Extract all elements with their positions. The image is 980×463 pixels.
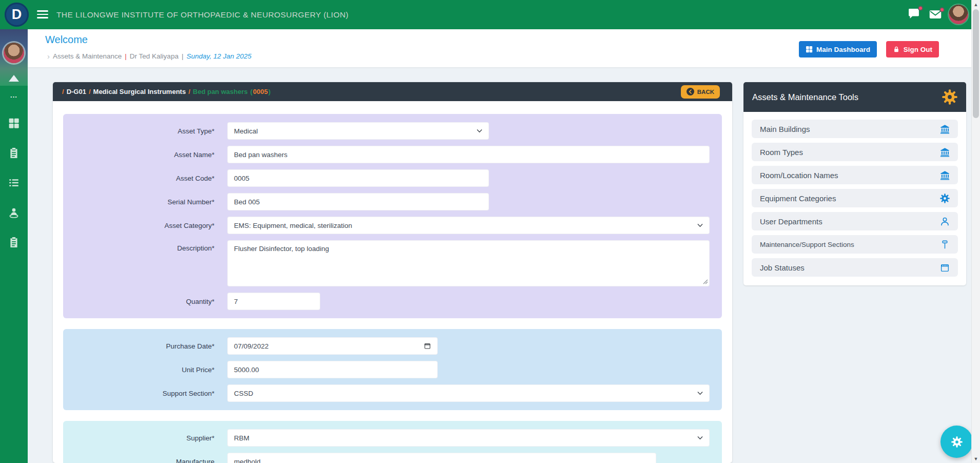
avatar [4,43,24,63]
tools-item-main-buildings[interactable]: Main Buildings [752,120,958,138]
serial-number-label: Serial Number* [63,198,227,206]
chevron-down-icon [697,223,703,227]
lock-icon [893,46,900,53]
path-slash: / [62,88,64,95]
app-logo[interactable]: D [5,3,29,27]
asset-code-label: Asset Code* [63,175,227,182]
top-header: D THE LILONGWE INSTITUTE OF ORTHOPAEDIC … [0,0,980,29]
purchase-date-input[interactable]: 07/09/2022 [227,337,438,355]
asset-category-value: EMS: Equipment, medical, sterilization [234,222,352,229]
app-title: THE LILONGWE INSTITUTE OF ORTHOPAEDIC & … [56,0,348,29]
breadcrumb: › Assets & Maintenance | Dr Ted Kaliyapa… [47,52,251,61]
supplier-select[interactable]: RBM [227,429,710,447]
tool-item-label: Job Statuses [760,263,805,272]
tools-item-room-types[interactable]: Room Types [752,143,958,161]
gear-icon [951,436,963,448]
tool-item-label: Room/Location Names [760,171,838,180]
serial-number-input[interactable] [227,193,489,210]
mail-button[interactable] [929,10,942,19]
sidebar-profile-photo[interactable] [0,29,28,86]
unit-price-input[interactable] [227,361,438,378]
supplier-info-section: Supplier* RBM Manufacture [63,421,722,463]
asset-code-input[interactable] [227,169,489,187]
tools-item-maintenance-support-sections[interactable]: Maintenance/Support Sections [752,235,958,254]
tools-panel-title: Assets & Maintenance Tools [752,92,858,102]
breadcrumb-separator: | [182,52,184,60]
vertical-scrollbar[interactable]: ▲ ▼ [971,0,980,463]
asset-type-value: Medical [234,127,258,135]
purchase-date-value: 07/09/2022 [234,342,269,350]
list-icon[interactable] [8,177,19,188]
support-section-label: Support Section* [63,390,227,397]
app-window: D THE LILONGWE INSTITUTE OF ORTHOPAEDIC … [0,0,980,463]
tool-item-label: User Departments [760,217,822,226]
person-pin-icon[interactable] [8,207,19,218]
path-paren: ) [268,88,270,95]
path-slash: / [89,88,91,95]
support-section-value: CSSD [234,390,253,397]
chevron-down-icon [697,436,703,440]
asset-identity-section: Asset Type* Medical Asset Name* Asset Co… [63,114,722,318]
resize-grip-icon[interactable] [703,279,708,284]
path-building: D-G01 [67,88,86,95]
asset-form: Asset Type* Medical Asset Name* Asset Co… [53,101,732,463]
supplier-value: RBM [234,434,249,442]
clipboard-icon[interactable] [8,147,19,159]
path-category: Medical Surgical Instruments [93,88,186,95]
asset-name-label: Asset Name* [63,151,227,159]
gear-icon[interactable] [942,89,957,105]
chat-notification-dot [918,6,923,11]
breadcrumb-separator: | [125,52,127,60]
main-dashboard-label: Main Dashboard [816,46,870,53]
purchase-info-section: Purchase Date* 07/09/2022 Unit Price* Su… [63,329,722,410]
scrollbar-up-arrow[interactable]: ▲ [972,0,980,9]
tools-item-job-statuses[interactable]: Job Statuses [752,258,958,277]
support-section-select[interactable]: CSSD [227,384,710,402]
bank-icon [940,170,950,180]
back-label: BACK [697,89,714,95]
sign-out-button[interactable]: Sign Out [886,41,939,57]
tools-item-room-location-names[interactable]: Room/Location Names [752,166,958,184]
path-asset-code: 0005 [253,88,268,95]
scrollbar-down-arrow[interactable]: ▼ [972,454,980,463]
asset-path-bar: / D-G01 / Medical Surgical Instruments /… [53,82,732,101]
user-avatar[interactable] [949,5,968,24]
tool-item-label: Room Types [760,148,803,157]
user-icon [940,217,950,226]
sign-out-label: Sign Out [904,46,932,53]
tools-item-user-departments[interactable]: User Departments [752,212,958,230]
clipboard-icon[interactable] [8,237,19,248]
purchase-date-label: Purchase Date* [63,342,227,350]
mountain-decoration [9,75,19,82]
asset-category-select[interactable]: EMS: Equipment, medical, sterilization [227,217,710,234]
calendar-picker-icon[interactable] [424,342,431,350]
quantity-input[interactable] [227,293,320,310]
back-button[interactable]: BACK [681,85,720,99]
path-slash: / [188,88,190,95]
scrollbar-thumb[interactable] [973,9,979,118]
chevron-right-icon: › [47,52,50,61]
description-textarea[interactable]: Flusher Disinfector, top loading [227,240,710,286]
chevron-down-icon [477,129,482,133]
welcome-strip: Welcome › Assets & Maintenance | Dr Ted … [28,29,971,67]
grid-icon [806,46,813,53]
breadcrumb-section: Assets & Maintenance [53,52,122,60]
dashboard-grid-icon[interactable] [8,118,19,129]
settings-fab-button[interactable] [940,426,973,458]
page-title: Welcome [45,34,88,46]
back-circle-icon [687,88,694,95]
hamburger-menu-icon[interactable] [37,10,48,21]
chat-button[interactable] [907,8,920,20]
manufacture-input[interactable] [227,453,656,463]
gear-icon [940,194,950,203]
tools-panel-header: Assets & Maintenance Tools [743,82,966,112]
tool-item-label: Equipment Categories [760,194,836,203]
asset-name-input[interactable] [227,146,710,163]
asset-type-select[interactable]: Medical [227,122,489,140]
sidebar-menu-dots[interactable]: ... [0,93,28,98]
supplier-label: Supplier* [63,434,227,442]
asset-category-label: Asset Category* [63,222,227,229]
tools-item-equipment-categories[interactable]: Equipment Categories [752,189,958,207]
main-dashboard-button[interactable]: Main Dashboard [799,41,877,57]
asset-type-label: Asset Type* [63,127,227,135]
